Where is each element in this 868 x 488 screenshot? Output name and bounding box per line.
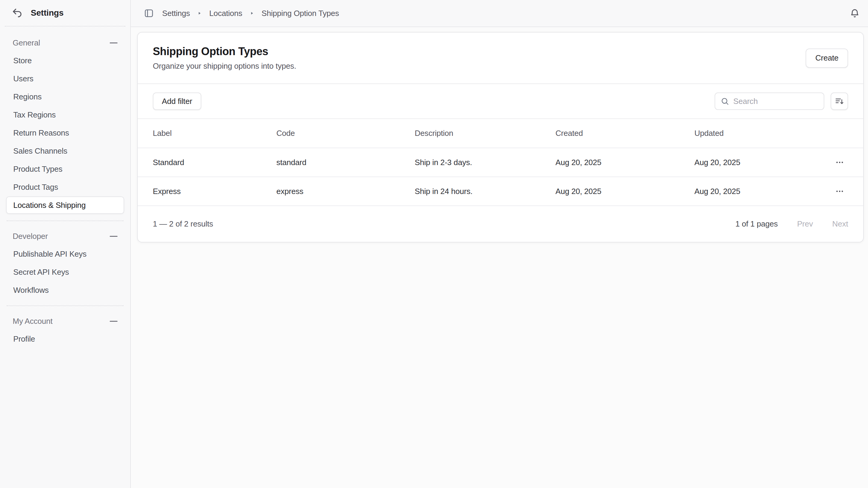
sidebar-item-profile[interactable]: Profile (6, 330, 124, 348)
sidebar-item-label: Return Reasons (13, 128, 69, 138)
cell-code: standard (276, 158, 415, 167)
section-label: Developer (13, 232, 48, 241)
card-header-text: Shipping Option Types Organize your ship… (153, 45, 296, 71)
prev-page-button[interactable]: Prev (797, 219, 813, 229)
section-header-developer[interactable]: Developer (6, 228, 124, 245)
bell-icon (849, 8, 860, 19)
cell-updated: Aug 20, 2025 (694, 158, 814, 167)
sidebar-section-divider (7, 221, 124, 221)
sidebar-item-label: Product Tags (13, 183, 58, 192)
column-header-updated: Updated (694, 129, 814, 138)
column-header-label: Label (153, 129, 276, 138)
cell-created: Aug 20, 2025 (555, 158, 694, 167)
search-box (715, 93, 824, 110)
sidebar-item-label: Users (13, 74, 33, 84)
chevron-right-icon (250, 11, 254, 16)
row-actions-button[interactable] (831, 154, 848, 171)
sidebar-item-label: Locations & Shipping (13, 201, 86, 210)
sidebar-item-product-tags[interactable]: Product Tags (6, 178, 124, 196)
undo-arrow-icon (11, 7, 23, 19)
column-header-code: Code (276, 129, 415, 138)
sidebar-title: Settings (31, 8, 64, 18)
main-column: Settings Locations Shipping Option Types (131, 0, 868, 488)
chevron-right-icon (197, 11, 202, 16)
card-header: Shipping Option Types Organize your ship… (138, 33, 863, 84)
app-shell: Settings General Store Users Regions Tax… (0, 0, 868, 488)
sidebar-item-label: Workflows (13, 286, 49, 295)
collapse-icon (110, 42, 118, 43)
sidebar-item-label: Secret API Keys (13, 267, 69, 277)
collapse-icon (110, 236, 118, 237)
sidebar-item-workflows[interactable]: Workflows (6, 281, 124, 299)
pager: 1 of 1 pages Prev Next (735, 219, 848, 229)
cell-code: express (276, 187, 415, 196)
sidebar-item-label: Store (13, 56, 32, 65)
sidebar-item-label: Profile (13, 334, 35, 344)
add-filter-button[interactable]: Add filter (153, 93, 201, 110)
column-header-created: Created (555, 129, 694, 138)
collapse-icon (110, 321, 118, 322)
page-indicator: 1 of 1 pages (735, 219, 778, 229)
cell-description: Ship in 24 hours. (415, 187, 555, 196)
table-pagination: 1 — 2 of 2 results 1 of 1 pages Prev Nex… (138, 205, 863, 242)
sidebar-item-store[interactable]: Store (6, 52, 124, 69)
sidebar-item-label: Publishable API Keys (13, 250, 87, 259)
toolbar-right (715, 93, 848, 110)
sidebar-item-users[interactable]: Users (6, 70, 124, 87)
search-input[interactable] (733, 97, 818, 106)
notifications-button[interactable] (849, 8, 860, 19)
sidebar-item-locations-shipping[interactable]: Locations & Shipping (6, 196, 124, 214)
sort-icon (835, 97, 844, 106)
ellipsis-icon (835, 158, 844, 167)
sidebar-item-secret-api-keys[interactable]: Secret API Keys (6, 263, 124, 281)
section-header-my-account[interactable]: My Account (6, 313, 124, 330)
cell-updated: Aug 20, 2025 (694, 187, 814, 196)
sidebar-item-sales-channels[interactable]: Sales Channels (6, 142, 124, 160)
sidebar-item-label: Regions (13, 92, 41, 101)
settings-sidebar: Settings General Store Users Regions Tax… (0, 0, 131, 488)
sidebar-section-divider (7, 305, 124, 306)
sidebar-item-return-reasons[interactable]: Return Reasons (6, 124, 124, 141)
sidebar-toggle-icon (144, 8, 154, 19)
sidebar-item-product-types[interactable]: Product Types (6, 160, 124, 178)
sidebar-item-publishable-api-keys[interactable]: Publishable API Keys (6, 245, 124, 263)
sidebar-item-regions[interactable]: Regions (6, 88, 124, 105)
table-toolbar: Add filter (138, 84, 863, 119)
sidebar-item-label: Product Types (13, 164, 62, 174)
table-row[interactable]: Standard standard Ship in 2-3 days. Aug … (138, 148, 863, 176)
sidebar-item-label: Sales Channels (13, 147, 67, 156)
column-header-description: Description (415, 129, 555, 138)
back-button[interactable] (11, 7, 23, 19)
search-icon (721, 97, 729, 105)
cell-label: Standard (153, 158, 276, 167)
sidebar-item-label: Tax Regions (13, 110, 56, 120)
page-title: Shipping Option Types (153, 45, 296, 58)
cell-description: Ship in 2-3 days. (415, 158, 555, 167)
page-subtitle: Organize your shipping options into type… (153, 61, 296, 71)
sidebar-item-tax-regions[interactable]: Tax Regions (6, 106, 124, 124)
main-content: Shipping Option Types Organize your ship… (131, 27, 868, 488)
cell-created: Aug 20, 2025 (555, 187, 694, 196)
section-header-general[interactable]: General (6, 34, 124, 51)
sidebar-nav: General Store Users Regions Tax Regions … (0, 27, 130, 356)
create-button[interactable]: Create (806, 48, 848, 68)
results-count: 1 — 2 of 2 results (153, 219, 213, 229)
sidebar-header: Settings (0, 0, 130, 26)
breadcrumb-settings[interactable]: Settings (162, 9, 190, 18)
next-page-button[interactable]: Next (832, 219, 848, 229)
topbar: Settings Locations Shipping Option Types (131, 0, 868, 27)
breadcrumb-current: Shipping Option Types (261, 9, 339, 18)
section-label: My Account (13, 317, 53, 326)
table-header-row: Label Code Description Created Updated (138, 119, 863, 148)
cell-actions (814, 183, 848, 200)
breadcrumb: Settings Locations Shipping Option Types (162, 9, 339, 18)
table-row[interactable]: Express express Ship in 24 hours. Aug 20… (138, 176, 863, 205)
shipping-option-types-card: Shipping Option Types Organize your ship… (137, 32, 864, 242)
ellipsis-icon (835, 187, 844, 196)
sort-button[interactable] (831, 93, 848, 110)
sidebar-toggle-button[interactable] (144, 8, 154, 19)
cell-actions (814, 154, 848, 171)
breadcrumb-locations[interactable]: Locations (209, 9, 242, 18)
row-actions-button[interactable] (831, 183, 848, 200)
section-label: General (13, 38, 40, 47)
